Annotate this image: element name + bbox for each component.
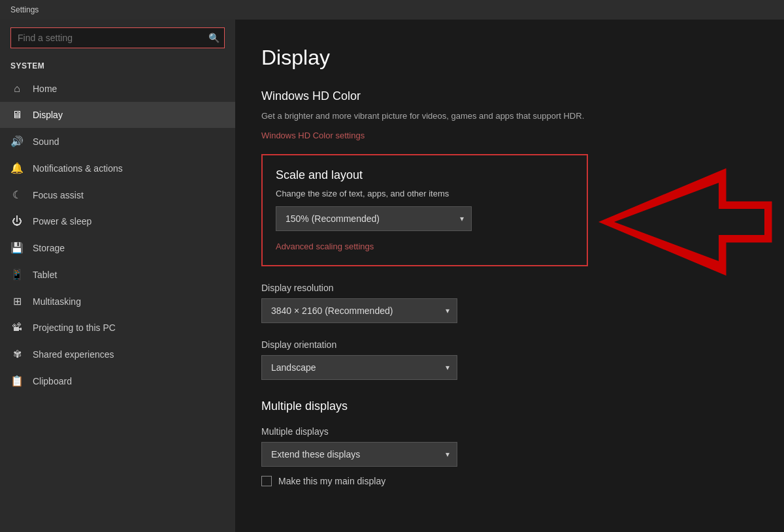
multiple-displays-title: Multiple displays xyxy=(261,399,751,413)
orientation-dropdown-wrapper: LandscapePortraitLandscape (flipped)Port… xyxy=(261,355,457,380)
resolution-select[interactable]: 3840 × 2160 (Recommended)2560 × 14401920… xyxy=(261,298,457,323)
storage-icon: 💾 xyxy=(10,242,24,254)
resolution-dropdown-wrapper: 3840 × 2160 (Recommended)2560 × 14401920… xyxy=(261,298,457,323)
tablet-icon: 📱 xyxy=(10,268,24,281)
title-bar: Settings xyxy=(0,0,784,20)
sidebar-item-label-focus: Focus assist xyxy=(33,190,84,200)
search-input[interactable] xyxy=(10,27,225,48)
focus-icon: ☾ xyxy=(10,189,24,201)
hdr-settings-link[interactable]: Windows HD Color settings xyxy=(261,131,365,140)
sidebar-item-label-multitasking: Multitasking xyxy=(33,296,81,307)
sidebar-item-storage[interactable]: 💾 Storage xyxy=(0,234,235,261)
advanced-scaling-link[interactable]: Advanced scaling settings xyxy=(276,242,374,251)
shared-icon: ✾ xyxy=(10,348,24,360)
clipboard-icon: 📋 xyxy=(10,375,24,387)
content-area: Display Windows HD Color Get a brighter … xyxy=(235,20,784,532)
display-icon: 🖥 xyxy=(10,109,24,121)
resolution-section: Display resolution 3840 × 2160 (Recommen… xyxy=(261,283,751,323)
sidebar-item-tablet[interactable]: 📱 Tablet xyxy=(0,261,235,288)
sidebar-item-label-storage: Storage xyxy=(33,243,65,253)
multiple-displays-section: Multiple displays Multiple displays Exte… xyxy=(261,399,751,486)
main-display-label[interactable]: Make this my main display xyxy=(278,476,385,486)
orientation-select[interactable]: LandscapePortraitLandscape (flipped)Port… xyxy=(261,355,457,380)
sidebar-item-shared[interactable]: ✾ Shared experiences xyxy=(0,341,235,368)
sidebar-item-focus[interactable]: ☾ Focus assist xyxy=(0,181,235,208)
sound-icon: 🔊 xyxy=(10,135,24,148)
search-icon: 🔍 xyxy=(208,33,220,43)
multiple-displays-select[interactable]: Extend these displaysDuplicate these dis… xyxy=(261,442,457,467)
sidebar-item-label-home: Home xyxy=(33,84,57,94)
svg-marker-1 xyxy=(614,183,764,261)
scale-layout-section: Scale and layout Change the size of text… xyxy=(261,154,588,266)
sidebar-item-label-tablet: Tablet xyxy=(33,270,57,280)
orientation-section: Display orientation LandscapePortraitLan… xyxy=(261,339,751,380)
sidebar-item-label-display: Display xyxy=(33,110,63,120)
sidebar-item-multitasking[interactable]: ⊞ Multitasking xyxy=(0,288,235,315)
sidebar-item-label-power: Power & sleep xyxy=(33,216,91,227)
orientation-label: Display orientation xyxy=(261,339,751,350)
sidebar-item-label-projecting: Projecting to this PC xyxy=(33,322,116,333)
annotation-arrow xyxy=(595,150,777,294)
scale-layout-title: Scale and layout xyxy=(276,168,574,182)
sidebar-item-clipboard[interactable]: 📋 Clipboard xyxy=(0,368,235,394)
page-title: Display xyxy=(261,46,751,70)
resolution-label: Display resolution xyxy=(261,283,751,293)
scale-change-label: Change the size of text, apps, and other… xyxy=(276,189,574,198)
sidebar-item-notifications[interactable]: 🔔 Notifications & actions xyxy=(0,155,235,181)
power-icon: ⏻ xyxy=(10,215,24,227)
title-bar-label: Settings xyxy=(10,5,39,14)
svg-marker-2 xyxy=(601,170,771,274)
multitasking-icon: ⊞ xyxy=(10,295,24,307)
hdr-desc: Get a brighter and more vibrant picture … xyxy=(261,110,751,123)
scale-dropdown-wrapper: 100%125%150% (Recommended)175%200% ▾ xyxy=(276,206,472,231)
system-section-title: System xyxy=(0,59,235,76)
notifications-icon: 🔔 xyxy=(10,162,24,174)
scale-select[interactable]: 100%125%150% (Recommended)175%200% xyxy=(276,206,472,231)
main-display-checkbox[interactable] xyxy=(261,476,272,486)
svg-marker-0 xyxy=(601,170,771,274)
hdr-section: Windows HD Color Get a brighter and more… xyxy=(261,89,751,141)
hdr-title: Windows HD Color xyxy=(261,89,751,103)
search-wrapper: 🔍 xyxy=(10,27,225,48)
sidebar-item-label-clipboard: Clipboard xyxy=(33,376,72,386)
sidebar-item-projecting[interactable]: 📽 Projecting to this PC xyxy=(0,315,235,341)
sidebar-item-label-notifications: Notifications & actions xyxy=(33,163,123,174)
sidebar-items-container: ⌂ Home 🖥 Display 🔊 Sound 🔔 Notifications… xyxy=(0,76,235,394)
sidebar-item-display[interactable]: 🖥 Display xyxy=(0,102,235,128)
projecting-icon: 📽 xyxy=(10,322,24,334)
multiple-displays-dropdown-wrapper: Extend these displaysDuplicate these dis… xyxy=(261,442,457,467)
home-icon: ⌂ xyxy=(10,83,24,95)
sidebar-item-power[interactable]: ⏻ Power & sleep xyxy=(0,208,235,234)
sidebar-item-label-sound: Sound xyxy=(33,136,59,147)
main-display-row: Make this my main display xyxy=(261,476,751,486)
multiple-displays-label: Multiple displays xyxy=(261,426,751,437)
sidebar-item-sound[interactable]: 🔊 Sound xyxy=(0,128,235,155)
sidebar-item-label-shared: Shared experiences xyxy=(33,349,114,360)
sidebar: 🔍 System ⌂ Home 🖥 Display 🔊 Sound 🔔 Noti… xyxy=(0,20,235,532)
sidebar-item-home[interactable]: ⌂ Home xyxy=(0,76,235,102)
